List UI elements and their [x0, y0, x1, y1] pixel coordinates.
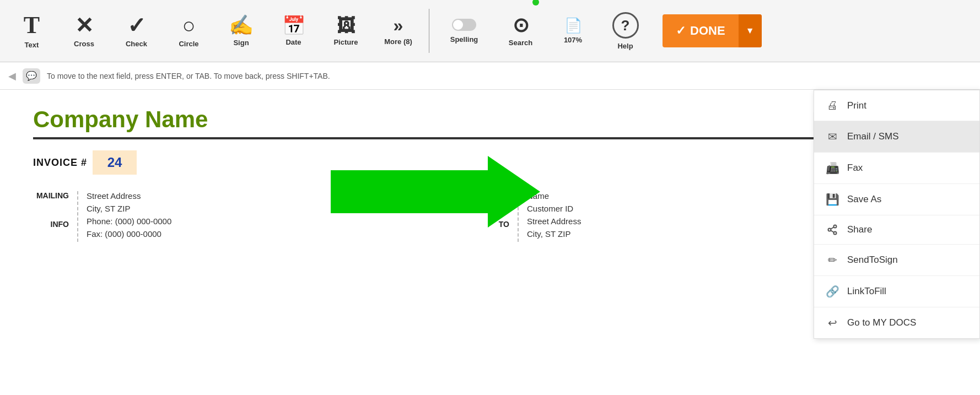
go-back-icon: ↩ — [825, 316, 839, 329]
toolbar: T Text ✕ Cross ✓ Check ○ Circle ✍ Sign 📅… — [0, 0, 980, 62]
print-label: Print — [847, 100, 866, 111]
svg-point-2 — [834, 232, 837, 235]
dropdown-save-as[interactable]: 💾 Save As — [814, 184, 979, 215]
link-to-fill-label: LinkToFill — [847, 286, 886, 297]
circle-icon: ○ — [182, 14, 195, 36]
info-label: INFO — [33, 220, 69, 229]
fax-label: Fax — [847, 163, 863, 174]
mailing-label: MAILING — [33, 191, 69, 200]
done-dropdown-button[interactable]: ▼ — [739, 14, 762, 47]
toggle-knob — [453, 20, 463, 30]
cross-icon: ✕ — [75, 14, 94, 36]
help-icon: ? — [612, 12, 639, 39]
zoom-label: 107% — [564, 36, 582, 44]
email-sms-label: Email / SMS — [847, 131, 899, 142]
search-label: Search — [509, 39, 532, 47]
toolbar-text-button[interactable]: T Text — [6, 0, 58, 62]
save-as-label: Save As — [847, 194, 881, 205]
toolbar-date-button[interactable]: 📅 Date — [267, 0, 320, 62]
toolbar-search-button[interactable]: ⊙ Search — [494, 0, 547, 62]
toolbar-sign-button[interactable]: ✍ Sign — [215, 0, 267, 62]
dropdown-send-to-sign[interactable]: ✏ SendToSign — [814, 245, 979, 276]
svg-point-0 — [834, 225, 837, 228]
mailing-content: Street Address City, ST ZIP Phone: (000)… — [77, 191, 171, 242]
picture-icon: 🖼 — [337, 16, 356, 35]
status-bar: ◀ 💬 To move to the next field, press ENT… — [0, 62, 980, 90]
spelling-label: Spelling — [450, 35, 478, 44]
send-to-sign-label: SendToSign — [847, 255, 898, 266]
dropdown-fax[interactable]: 📠 Fax — [814, 153, 979, 184]
toolbar-check-button[interactable]: ✓ Check — [110, 0, 163, 62]
fax-icon: 📠 — [825, 161, 839, 175]
text-icon: T — [24, 13, 40, 37]
dropdown-menu: 🖨 Print ✉ Email / SMS 📠 Fax 💾 Save As — [814, 90, 980, 339]
check-icon: ✓ — [127, 14, 146, 36]
toolbar-more-button[interactable]: » More (8) — [372, 0, 424, 62]
text-label: Text — [25, 41, 39, 49]
svg-point-1 — [828, 229, 831, 231]
search-icon: ⊙ — [513, 15, 529, 35]
dropdown-link-to-fill[interactable]: 🔗 LinkToFill — [814, 276, 979, 307]
cross-label: Cross — [74, 40, 94, 48]
fax[interactable]: Fax: (000) 000-0000 — [87, 229, 171, 239]
toolbar-cross-button[interactable]: ✕ Cross — [58, 0, 110, 62]
toolbar-picture-button[interactable]: 🖼 Picture — [320, 0, 372, 62]
dropdown-go-to-mydocs[interactable]: ↩ Go to MY DOCS — [814, 307, 979, 338]
zoom-icon: 📄 — [564, 18, 582, 33]
done-checkmark-icon: ✓ — [676, 24, 686, 38]
toolbar-divider-1 — [429, 9, 429, 53]
date-label: Date — [286, 38, 301, 46]
header-divider — [33, 137, 947, 139]
toolbar-help-button[interactable]: ? Help — [599, 0, 651, 62]
date-icon: 📅 — [282, 16, 305, 35]
save-icon: 💾 — [825, 193, 839, 206]
dropdown-share[interactable]: Share — [814, 215, 979, 245]
send-to-sign-icon: ✏ — [825, 253, 839, 267]
link-icon: 🔗 — [825, 285, 839, 298]
dropdown-email-sms[interactable]: ✉ Email / SMS — [814, 121, 979, 153]
online-indicator — [532, 0, 539, 6]
email-icon: ✉ — [825, 130, 839, 143]
done-label: DONE — [690, 24, 725, 38]
invoice-number[interactable]: 24 — [93, 150, 137, 175]
street-address[interactable]: Street Address — [87, 191, 171, 201]
check-label: Check — [126, 40, 147, 48]
svg-line-3 — [831, 228, 834, 229]
company-name: Company Name — [33, 106, 947, 133]
done-main[interactable]: ✓ DONE — [663, 14, 739, 47]
invoice-label: INVOICE # — [33, 157, 87, 169]
toolbar-zoom-button[interactable]: 📄 107% — [547, 0, 599, 62]
help-label: Help — [617, 42, 633, 50]
print-icon: 🖨 — [825, 99, 839, 112]
sign-icon: ✍ — [229, 15, 254, 35]
circle-label: Circle — [179, 40, 198, 48]
go-to-mydocs-label: Go to MY DOCS — [847, 317, 916, 328]
status-message: To move to the next field, press ENTER, … — [47, 72, 330, 80]
share-icon — [825, 224, 839, 235]
bill-city[interactable]: City, ST ZIP — [527, 229, 581, 239]
speech-bubble-icon: 💬 — [23, 68, 40, 84]
spelling-toggle[interactable] — [452, 19, 476, 31]
prev-field-arrow[interactable]: ◀ — [8, 70, 16, 82]
picture-label: Picture — [333, 38, 358, 46]
more-label: More (8) — [384, 37, 412, 46]
share-label: Share — [847, 224, 872, 235]
bill-customer[interactable]: Customer ID — [527, 204, 581, 213]
svg-line-4 — [831, 231, 834, 232]
mailing-labels: MAILING INFO — [33, 191, 77, 242]
bill-street[interactable]: Street Address — [527, 217, 581, 226]
sign-label: Sign — [233, 39, 249, 47]
more-icon: » — [394, 17, 403, 34]
done-button[interactable]: ✓ DONE ▼ — [663, 14, 762, 47]
dropdown-print[interactable]: 🖨 Print — [814, 90, 979, 121]
main-content: Company Name INVOICE INVOICE # 24 DATE 0… — [0, 90, 980, 395]
toolbar-circle-button[interactable]: ○ Circle — [163, 0, 215, 62]
phone[interactable]: Phone: (000) 000-0000 — [87, 217, 171, 226]
chevron-down-icon: ▼ — [746, 26, 755, 36]
city-zip[interactable]: City, ST ZIP — [87, 204, 171, 213]
toolbar-spelling[interactable]: Spelling — [434, 0, 494, 62]
